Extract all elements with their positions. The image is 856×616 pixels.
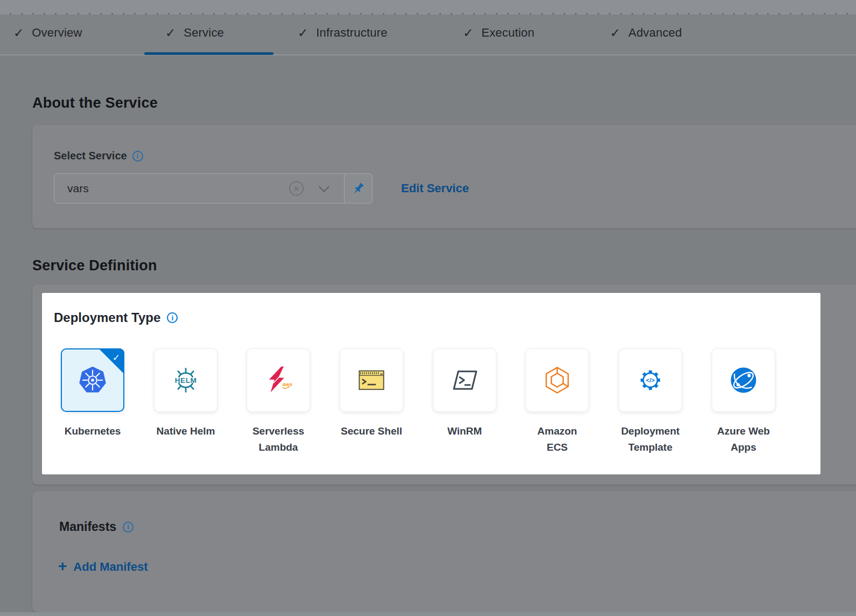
selected-check-icon: ✓ bbox=[113, 352, 120, 363]
active-tab-underline bbox=[144, 52, 273, 55]
pipeline-canvas-dots bbox=[0, 0, 856, 15]
wizard-tab-bar: ✓ Overview ✓ Service ✓ Infrastructure ✓ … bbox=[0, 15, 856, 55]
selected-corner bbox=[99, 348, 124, 374]
select-service-label-row: Select Service i bbox=[54, 150, 143, 162]
about-service-heading: About the Service bbox=[32, 95, 158, 111]
deployment-template-icon: </> bbox=[635, 365, 666, 396]
deployment-type-label: Deployment Type bbox=[54, 310, 160, 325]
tab-label: Execution bbox=[481, 26, 534, 40]
tile-label-deployment-template: Deployment Template bbox=[602, 423, 699, 456]
info-icon[interactable]: i bbox=[132, 151, 143, 162]
deployment-type-kubernetes[interactable]: ✓ bbox=[61, 348, 124, 412]
deployment-type-heading-row: Deployment Type i bbox=[54, 310, 178, 325]
tile-label-winrm: WinRM bbox=[416, 423, 513, 439]
bottom-edge-strip bbox=[0, 612, 856, 616]
info-icon[interactable]: i bbox=[167, 312, 178, 323]
deployment-type-winrm[interactable] bbox=[433, 348, 496, 412]
check-icon: ✓ bbox=[13, 27, 24, 39]
select-service-label: Select Service bbox=[54, 150, 127, 162]
service-select-field[interactable]: × bbox=[54, 173, 345, 204]
deployment-type-deployment-template[interactable]: </> bbox=[619, 348, 682, 412]
check-icon: ✓ bbox=[165, 27, 176, 39]
deployment-type-serverless-lambda[interactable]: aws bbox=[247, 348, 310, 412]
pin-service-button[interactable] bbox=[345, 173, 373, 204]
tile-label-serverless-lambda: Serverless Lambda bbox=[230, 423, 327, 456]
deployment-type-azure-web-apps[interactable] bbox=[712, 348, 775, 412]
tab-execution[interactable]: ✓ Execution bbox=[463, 26, 535, 40]
svg-text:HELM: HELM bbox=[175, 376, 197, 384]
tile-label-amazon-ecs: Amazon ECS bbox=[509, 423, 606, 456]
tile-label-secure-shell: Secure Shell bbox=[323, 423, 420, 439]
svg-text:</>: </> bbox=[646, 377, 655, 383]
select-service-input-group: × bbox=[54, 173, 373, 204]
plus-icon: + bbox=[58, 559, 67, 574]
add-manifest-button[interactable]: + Add Manifest bbox=[58, 560, 148, 574]
tile-label-azure-web-apps: Azure Web Apps bbox=[695, 423, 792, 456]
clear-icon[interactable]: × bbox=[289, 181, 304, 196]
deployment-type-spotlight: Deployment Type i ✓ bbox=[42, 293, 820, 474]
winrm-icon bbox=[449, 365, 480, 396]
manifests-card bbox=[32, 491, 856, 612]
helm-icon: HELM bbox=[170, 365, 201, 396]
serverless-lambda-icon: aws bbox=[263, 365, 294, 396]
edit-service-link[interactable]: Edit Service bbox=[401, 181, 469, 195]
tab-label: Advanced bbox=[628, 26, 682, 40]
service-definition-heading: Service Definition bbox=[32, 257, 157, 274]
amazon-ecs-icon bbox=[542, 365, 573, 396]
check-icon: ✓ bbox=[298, 27, 308, 39]
secure-shell-icon bbox=[356, 365, 387, 396]
tab-overview[interactable]: ✓ Overview bbox=[13, 26, 82, 40]
manifests-heading: Manifests bbox=[59, 520, 116, 534]
deployment-type-secure-shell[interactable] bbox=[340, 348, 403, 412]
service-config-screen: ✓ Overview ✓ Service ✓ Infrastructure ✓ … bbox=[0, 0, 856, 616]
tab-infrastructure[interactable]: ✓ Infrastructure bbox=[298, 26, 388, 40]
tab-advanced[interactable]: ✓ Advanced bbox=[610, 26, 682, 40]
deployment-type-native-helm[interactable]: HELM bbox=[154, 348, 217, 412]
tab-label: Overview bbox=[32, 26, 82, 40]
manifests-heading-row: Manifests i bbox=[59, 520, 134, 534]
tab-service[interactable]: ✓ Service bbox=[165, 26, 224, 40]
tab-label: Service bbox=[184, 26, 224, 40]
tile-label-kubernetes: Kubernetes bbox=[44, 423, 141, 439]
info-icon[interactable]: i bbox=[123, 522, 134, 533]
tile-label-native-helm: Native Helm bbox=[137, 423, 234, 439]
check-icon: ✓ bbox=[463, 27, 473, 39]
deployment-type-amazon-ecs[interactable] bbox=[525, 348, 589, 412]
pushpin-icon bbox=[351, 181, 366, 196]
add-manifest-label: Add Manifest bbox=[73, 560, 148, 574]
tab-label: Infrastructure bbox=[316, 26, 387, 40]
check-icon: ✓ bbox=[610, 27, 620, 39]
azure-web-apps-icon bbox=[728, 365, 759, 396]
svg-text:aws: aws bbox=[282, 381, 292, 387]
